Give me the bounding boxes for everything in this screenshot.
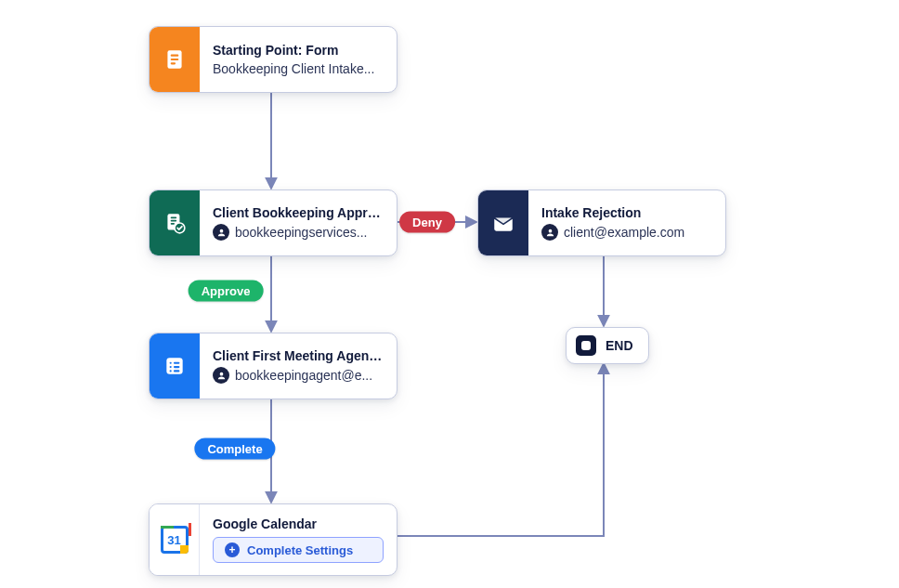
node-intake-rejection[interactable]: Intake Rejection client@example.com	[477, 189, 726, 256]
svg-rect-16	[174, 370, 180, 372]
edge-gcal-end	[397, 364, 604, 536]
edge-label-complete: Complete	[194, 438, 275, 460]
svg-rect-6	[171, 220, 177, 222]
node-gcal-title: Google Calendar	[213, 516, 384, 531]
form-icon	[150, 27, 200, 92]
person-icon	[213, 224, 229, 241]
person-icon	[541, 224, 558, 241]
svg-rect-14	[174, 366, 180, 368]
node-approval-assignee: bookkeepingservices...	[235, 225, 367, 240]
mail-icon	[478, 190, 528, 255]
svg-rect-2	[171, 59, 179, 60]
node-approval-title: Client Bookkeeping Approval	[213, 205, 384, 220]
svg-rect-11	[170, 362, 172, 364]
plus-icon: +	[225, 542, 240, 557]
svg-rect-15	[170, 370, 172, 372]
svg-point-18	[548, 229, 552, 232]
workflow-canvas: Starting Point: Form Bookkeeping Client …	[0, 0, 899, 588]
svg-point-17	[219, 372, 223, 375]
node-agenda-assignee: bookkeepingagent@e...	[235, 368, 372, 383]
connectors-layer	[0, 0, 899, 588]
stop-icon	[576, 335, 596, 356]
approval-icon	[150, 190, 200, 255]
svg-rect-13	[170, 366, 172, 368]
node-agenda[interactable]: Client First Meeting Agenda bookkeepinga…	[149, 333, 397, 399]
node-rejection-assignee: client@example.com	[564, 225, 684, 240]
svg-rect-1	[171, 55, 179, 57]
node-end-label: END	[606, 338, 633, 353]
node-start-title: Starting Point: Form	[213, 43, 384, 58]
node-end[interactable]: END	[566, 327, 649, 364]
edge-label-deny: Deny	[399, 212, 455, 233]
node-google-calendar[interactable]: 31 Google Calendar + Complete Settings	[149, 503, 397, 576]
svg-rect-12	[174, 362, 180, 364]
person-icon	[213, 367, 229, 384]
svg-rect-3	[171, 62, 176, 64]
agenda-icon	[150, 333, 200, 399]
node-approval[interactable]: Client Bookkeeping Approval bookkeepings…	[149, 189, 397, 256]
complete-settings-button[interactable]: + Complete Settings	[213, 537, 384, 563]
svg-rect-7	[171, 223, 175, 225]
node-start-form[interactable]: Starting Point: Form Bookkeeping Client …	[149, 26, 397, 93]
node-agenda-title: Client First Meeting Agenda	[213, 348, 384, 363]
svg-rect-5	[171, 217, 177, 219]
svg-point-9	[219, 229, 223, 232]
node-start-subtitle: Bookkeeping Client Intake...	[213, 61, 384, 76]
node-rejection-title: Intake Rejection	[541, 205, 712, 220]
google-calendar-icon: 31	[150, 504, 200, 575]
edge-label-approve: Approve	[189, 281, 264, 302]
complete-settings-label: Complete Settings	[247, 543, 353, 557]
